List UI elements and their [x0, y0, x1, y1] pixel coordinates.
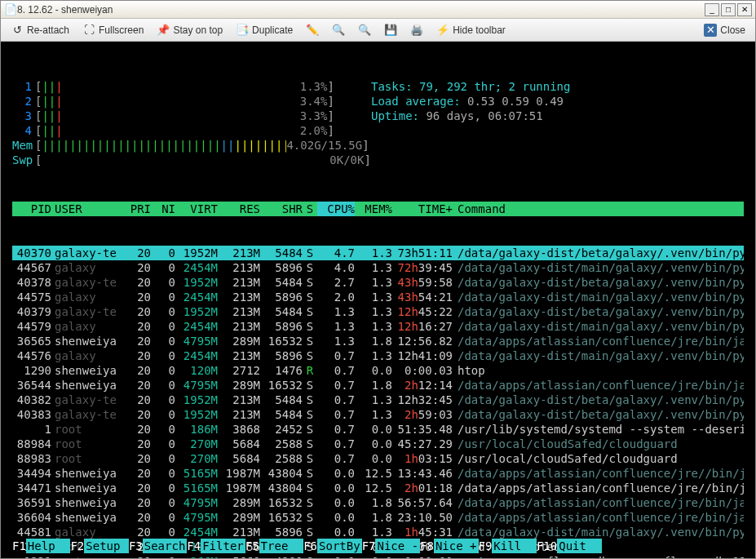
stayontop-button[interactable]: 📌Stay on top: [152, 22, 228, 38]
zoom-in-icon: 🔍: [332, 24, 345, 37]
process-row[interactable]: 44575galaxy2002454M213M5896S2.01.343h54:…: [12, 290, 744, 304]
fnkey[interactable]: F3: [129, 539, 143, 553]
process-row[interactable]: 34471shenweiya2005165M1987M43804S0.012.5…: [12, 481, 744, 495]
close-window-button[interactable]: ✕: [737, 3, 752, 16]
fnkey[interactable]: F2: [70, 539, 84, 553]
zoom-out-icon: 🔍: [358, 24, 371, 37]
process-row[interactable]: 40382galaxy-te2001952M213M5484S0.71.312h…: [12, 393, 744, 407]
terminal[interactable]: 1 [|||1.3%]2 [|||3.4%]3 [|||3.3%]4 [|||2…: [1, 42, 755, 558]
duplicate-button[interactable]: 📑Duplicate: [231, 22, 298, 38]
minimize-button[interactable]: _: [705, 3, 719, 16]
bolt-icon: ⚡: [436, 24, 449, 37]
print-icon: 🖨️: [410, 24, 423, 37]
zoom-out-button[interactable]: 🔍: [353, 22, 376, 38]
process-row[interactable]: 40378galaxy-te2001952M213M5484S2.71.343h…: [12, 275, 744, 290]
process-row[interactable]: 40370galaxy-te2001952M213M5484S4.71.373h…: [12, 246, 744, 260]
edit-button[interactable]: ✏️: [301, 22, 324, 38]
hidetoolbar-button[interactable]: ⚡Hide toolbar: [431, 22, 511, 38]
fullscreen-icon: ⛶: [82, 24, 95, 37]
fnkey[interactable]: F5: [245, 539, 259, 553]
edit-icon: ✏️: [306, 24, 319, 37]
reattach-icon: ↺: [11, 24, 24, 37]
function-key-bar: F1Help F2Setup F3SearchF4FilterF5Tree F6…: [12, 539, 744, 553]
fnkey[interactable]: F6: [303, 539, 317, 553]
app-window: 📄 8. 12.62 - shenweiyan _ □ ✕ ↺Re-attach…: [0, 0, 756, 559]
fnkey[interactable]: F8: [420, 539, 434, 553]
save-icon: 💾: [384, 24, 397, 37]
fullscreen-button[interactable]: ⛶Fullscreen: [77, 22, 148, 38]
meters-area: 1 [|||1.3%]2 [|||3.4%]3 [|||3.3%]4 [|||2…: [12, 79, 744, 167]
fnkey[interactable]: F1: [12, 539, 26, 553]
fnkey[interactable]: F7: [362, 539, 376, 553]
fnkey[interactable]: F9: [479, 539, 493, 553]
process-row[interactable]: 36565shenweiya2004795M289M16532S1.31.812…: [12, 334, 744, 348]
maximize-button[interactable]: □: [721, 3, 736, 16]
process-row[interactable]: 34494shenweiya2005165M1987M43804S0.012.5…: [12, 466, 744, 481]
process-row[interactable]: 88983root200270M56842588S0.70.01h03:15/u…: [12, 451, 744, 466]
process-row[interactable]: 44581galaxy2002454M213M5896S0.01.31h45:3…: [12, 525, 744, 539]
app-icon: 📄: [4, 3, 17, 16]
pin-icon: 📌: [157, 24, 170, 37]
process-row[interactable]: 40379galaxy-te2001952M213M5484S1.31.312h…: [12, 304, 744, 319]
process-row[interactable]: 1root200186M38682452S0.70.051:35.48/usr/…: [12, 422, 744, 437]
process-row[interactable]: 44576galaxy2002454M213M5896S0.71.312h41:…: [12, 348, 744, 363]
titlebar: 📄 8. 12.62 - shenweiyan _ □ ✕: [1, 1, 755, 19]
process-row[interactable]: 36591shenweiya2004795M289M16532S0.01.856…: [12, 495, 744, 510]
process-row[interactable]: 36544shenweiya2004795M289M16532S0.71.82h…: [12, 378, 744, 393]
reattach-button[interactable]: ↺Re-attach: [6, 22, 74, 38]
window-title: 8. 12.62 - shenweiyan: [17, 4, 703, 16]
save-button[interactable]: 💾: [379, 22, 402, 38]
fnkey[interactable]: F10: [537, 539, 557, 553]
process-row[interactable]: 1290shenweiya200120M27121476R0.70.00:00.…: [12, 363, 744, 378]
process-row[interactable]: 1231postgres200266M56604280S0.00.00:00.0…: [12, 554, 744, 558]
toolbar: ↺Re-attach ⛶Fullscreen 📌Stay on top 📑Dup…: [1, 19, 755, 42]
close-icon: ✕: [704, 24, 717, 37]
process-row[interactable]: 44567galaxy2002454M213M5896S4.01.372h39:…: [12, 260, 744, 275]
close-session-button[interactable]: ✕Close: [699, 22, 750, 38]
process-row[interactable]: 44579galaxy2002454M213M5896S1.31.312h16:…: [12, 319, 744, 334]
duplicate-icon: 📑: [236, 24, 249, 37]
process-list: 40370galaxy-te2001952M213M5484S4.71.373h…: [12, 246, 744, 558]
process-header[interactable]: PIDUSERPRINIVIRTRESSHRSCPU%MEM%TIME+Comm…: [12, 202, 744, 216]
fnkey[interactable]: F4: [187, 539, 201, 553]
print-button[interactable]: 🖨️: [405, 22, 428, 38]
process-row[interactable]: 88984root200270M56842588S0.70.045:27.29/…: [12, 437, 744, 451]
process-row[interactable]: 40383galaxy-te2001952M213M5484S0.71.32h5…: [12, 407, 744, 422]
zoom-in-button[interactable]: 🔍: [327, 22, 350, 38]
process-row[interactable]: 36604shenweiya2004795M289M16532S0.01.823…: [12, 510, 744, 525]
